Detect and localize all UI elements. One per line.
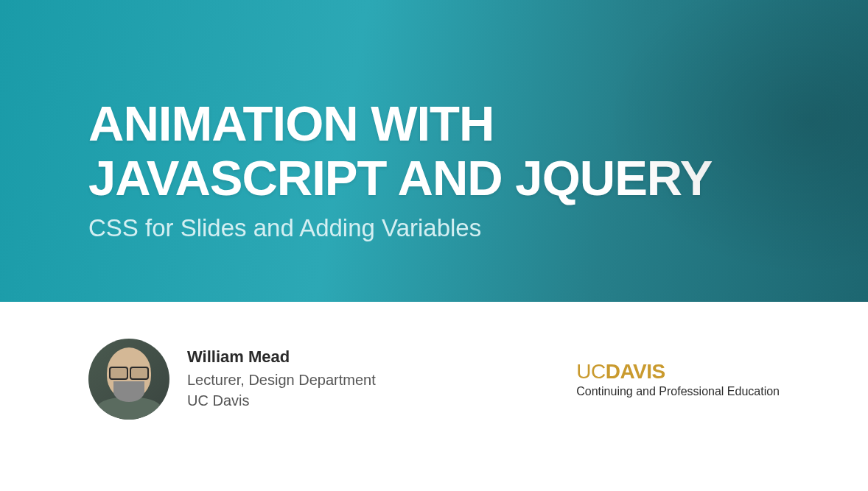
- presenter-org: UC Davis: [187, 390, 376, 411]
- logo-prefix: UC: [576, 360, 605, 383]
- lesson-subtitle: CSS for Slides and Adding Variables: [88, 214, 868, 242]
- title-line-1: ANIMATION WITH: [88, 96, 494, 151]
- course-title: ANIMATION WITH JAVASCRIPT AND JQUERY: [88, 96, 868, 205]
- hero-banner: ANIMATION WITH JAVASCRIPT AND JQUERY CSS…: [0, 0, 868, 302]
- institution-block: UCDAVIS Continuing and Professional Educ…: [576, 360, 780, 398]
- institution-logo: UCDAVIS: [576, 360, 665, 384]
- avatar-beard-shape: [113, 381, 144, 402]
- presenter-avatar: [88, 339, 169, 420]
- presenter-info: William Mead Lecturer, Design Department…: [187, 347, 376, 411]
- presenter-block: William Mead Lecturer, Design Department…: [88, 339, 376, 420]
- logo-main: DAVIS: [606, 360, 665, 383]
- glasses-icon: [109, 367, 149, 378]
- title-line-2: JAVASCRIPT AND JQUERY: [88, 150, 712, 205]
- presenter-role: Lecturer, Design Department: [187, 370, 376, 390]
- institution-tagline: Continuing and Professional Education: [576, 385, 780, 398]
- presenter-name: William Mead: [187, 347, 376, 367]
- footer-section: William Mead Lecturer, Design Department…: [0, 302, 868, 420]
